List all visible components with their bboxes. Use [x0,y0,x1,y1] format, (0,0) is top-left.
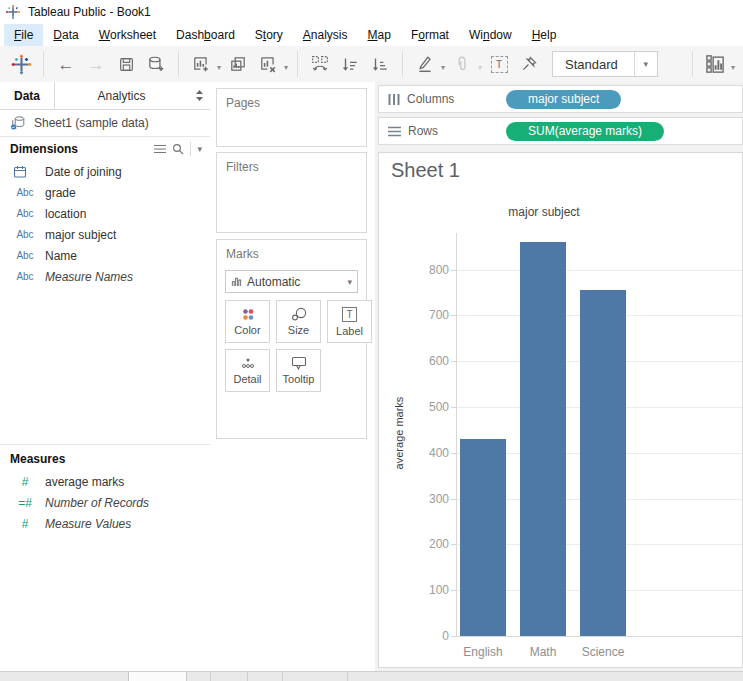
field-grade[interactable]: Abcgrade [0,182,210,203]
field-measure-names[interactable]: AbcMeasure Names [0,266,210,287]
bar-science[interactable] [580,290,626,636]
rows-shelf[interactable]: Rows SUM(average marks) [378,117,743,145]
measures-section: Measures #average marks=#Number of Recor… [0,444,210,534]
x-category-label[interactable]: English [453,645,513,659]
tableau-logo-icon [5,4,21,20]
eq-hash-icon: =# [13,496,37,510]
gridline [456,270,742,271]
mark-type-value: Automatic [247,275,342,289]
field-measure-values[interactable]: #Measure Values [0,513,210,534]
columns-shelf[interactable]: Columns major subject [378,85,743,113]
toolbar: ← → ▾ [0,46,743,83]
find-field-icon[interactable] [172,143,184,155]
save-button[interactable] [111,49,141,79]
x-category-label[interactable]: Science [573,645,633,659]
plot-area: 0100200300400500600700800EnglishMathScie… [379,153,742,667]
y-axis-line [456,233,457,636]
sort-ascending-button[interactable] [335,49,365,79]
filters-shelf[interactable]: Filters [216,152,367,233]
size-circles-icon [291,307,307,321]
columns-pill-major-subject[interactable]: major subject [506,90,621,109]
show-me-caret-icon[interactable]: ▾ [731,63,735,72]
y-tick-label: 0 [379,629,449,643]
x-axis-line [456,636,742,637]
dimensions-menu-caret-icon[interactable]: ▾ [197,144,202,154]
rows-icon [388,126,401,137]
show-mark-labels-button[interactable]: T [484,49,514,79]
show-me-button[interactable] [700,49,730,79]
label-button[interactable]: T Label [327,300,372,343]
detail-dots-icon [241,357,255,370]
tooltip-button-label: Tooltip [283,373,315,385]
x-category-label[interactable]: Math [513,645,573,659]
fit-dropdown[interactable]: Standard ▾ [552,51,658,77]
new-data-source-button[interactable] [141,49,171,79]
data-source-item[interactable]: Sheet1 (sample data) [0,110,210,137]
field-name[interactable]: AbcName [0,245,210,266]
tableau-home-icon[interactable] [6,49,36,79]
highlight-caret-icon[interactable]: ▾ [441,63,445,72]
field-date-of-joining[interactable]: Date of joining [0,161,210,182]
mark-type-dropdown[interactable]: Automatic ▾ [225,270,358,293]
fit-dropdown-caret-icon[interactable]: ▾ [634,52,657,76]
sort-descending-button[interactable] [365,49,395,79]
field-label: Measure Names [45,270,133,284]
menu-analysis[interactable]: Analysis [293,24,358,46]
undo-button[interactable]: ← [51,49,81,79]
measures-list: #average marks=#Number of Records#Measur… [0,471,210,534]
y-tick-label: 800 [379,263,449,277]
rows-pill-sum-average-marks[interactable]: SUM(average marks) [506,122,664,141]
tab-data[interactable]: Data [0,82,55,109]
view-list-icon[interactable] [154,144,166,154]
status-separator [347,672,348,681]
menu-data[interactable]: Data [43,24,88,46]
shelves-pane: Pages Filters Marks Automatic ▾ Col [210,82,376,672]
abc-icon: Abc [13,208,37,219]
fix-axes-button[interactable] [514,49,544,79]
detail-button[interactable]: Detail [225,349,270,392]
menu-help[interactable]: Help [522,24,567,46]
menu-format[interactable]: Format [401,24,459,46]
group-members-button[interactable] [447,49,477,79]
clear-sheet-caret-icon[interactable]: ▾ [284,63,288,72]
measures-title: Measures [10,452,65,466]
marks-buttons: Color Size T Label Deta [217,300,366,392]
tooltip-button[interactable]: Tooltip [276,349,321,392]
menu-dashboard[interactable]: Dashboard [166,24,245,46]
new-worksheet-button[interactable] [186,49,216,79]
duplicate-sheet-button[interactable] [223,49,253,79]
pages-shelf[interactable]: Pages [216,88,367,147]
menu-file[interactable]: File [4,24,43,46]
dimensions-list: Date of joiningAbcgradeAbclocationAbcmaj… [0,161,210,287]
field-label: Date of joining [45,165,122,179]
swap-rows-columns-button[interactable] [305,49,335,79]
size-button[interactable]: Size [276,300,321,343]
highlight-button[interactable] [410,49,440,79]
bar-english[interactable] [460,439,506,636]
tab-analytics[interactable]: Analytics [55,82,188,109]
field-average-marks[interactable]: #average marks [0,471,210,492]
label-t-icon: T [342,307,357,322]
clear-sheet-button[interactable] [253,49,283,79]
pane-collapse-icon[interactable] [188,82,210,109]
menu-map[interactable]: Map [358,24,401,46]
text-label-icon: T [491,56,508,73]
tooltip-bubble-icon [291,356,307,370]
sheet-tab[interactable] [128,672,187,681]
marks-card: Marks Automatic ▾ Color [216,239,367,439]
redo-button[interactable]: → [81,49,111,79]
dimensions-header: Dimensions ▾ [0,137,210,161]
color-button[interactable]: Color [225,300,270,343]
pages-label: Pages [217,89,366,110]
menu-worksheet[interactable]: Worksheet [89,24,166,46]
field-location[interactable]: Abclocation [0,203,210,224]
field-major-subject[interactable]: Abcmajor subject [0,224,210,245]
group-members-caret-icon[interactable]: ▾ [478,63,482,72]
toolbar-separator [692,51,693,77]
new-worksheet-caret-icon[interactable]: ▾ [217,63,221,72]
field-number-of-records[interactable]: =#Number of Records [0,492,210,513]
bar-math[interactable] [520,242,566,636]
menu-window[interactable]: Window [459,24,522,46]
menu-story[interactable]: Story [245,24,293,46]
field-label: Number of Records [45,496,149,510]
